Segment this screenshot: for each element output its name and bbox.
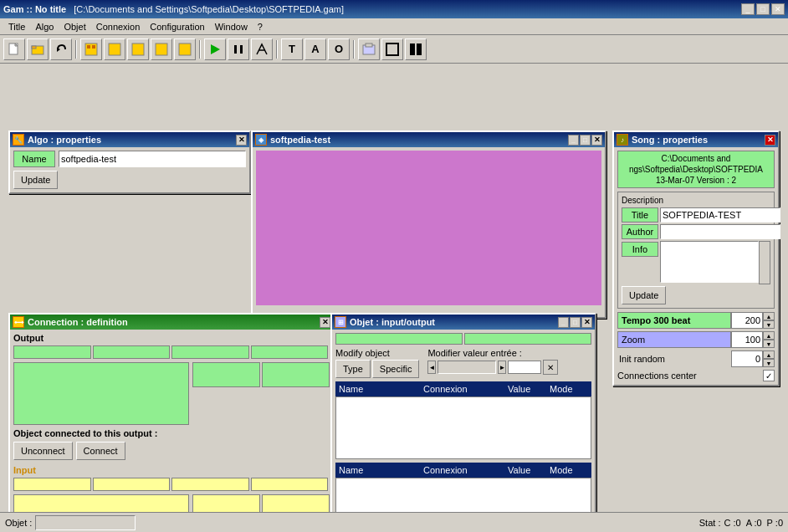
modify-modifier-area: Modify object Type Specific Modifier val…	[335, 348, 591, 378]
maximize-button[interactable]: □	[756, 3, 770, 15]
svg-rect-19	[410, 43, 415, 55]
toolbar-btn-sq1[interactable]	[381, 38, 403, 60]
menu-help[interactable]: ?	[253, 20, 268, 33]
menu-window[interactable]: Window	[210, 20, 253, 33]
toolbar-text-o[interactable]: O	[328, 38, 350, 60]
softpedia-minimize[interactable]: _	[568, 135, 579, 146]
modifier-value-input[interactable]	[508, 361, 541, 374]
title-bar-buttons: _ □ ✕	[741, 3, 785, 15]
toolbar-btn7[interactable]	[151, 38, 172, 60]
init-label: Init random	[617, 354, 731, 364]
init-spin-down[interactable]: ▼	[763, 359, 775, 367]
init-spin-up[interactable]: ▲	[763, 350, 775, 359]
init-input[interactable]	[731, 350, 763, 367]
svg-rect-3	[32, 46, 36, 49]
table1-col-connexion: Connexion	[422, 384, 506, 394]
input-bar1	[13, 478, 91, 491]
objet-minimize[interactable]: _	[558, 317, 569, 328]
svg-rect-8	[109, 43, 120, 55]
song-info-textarea[interactable]	[660, 241, 759, 283]
c-label: C :	[724, 518, 735, 528]
toolbar-btn6[interactable]	[127, 38, 149, 60]
output-bar1	[13, 345, 91, 359]
conn-center-row: Connections center ✓	[617, 370, 775, 381]
slider-left[interactable]: ◄	[427, 361, 436, 374]
tempo-spinners: ▲ ▼	[763, 312, 775, 329]
algo-win-body: Name Update	[10, 147, 249, 192]
conn-center-label: Connections center	[617, 371, 763, 381]
toolbar-new[interactable]	[3, 38, 25, 60]
zoom-spin-down[interactable]: ▼	[763, 340, 775, 348]
modifier-controls: ◄ ► ✕	[427, 360, 558, 375]
svg-rect-6	[87, 45, 90, 49]
tempo-input[interactable]	[731, 312, 763, 329]
tempo-row: Tempo 300 beat ▲ ▼	[617, 312, 775, 329]
song-win-titlebar: ♪ Song : properties ✕	[614, 132, 778, 147]
unconnect-button[interactable]: Unconnect	[13, 442, 73, 460]
minimize-button[interactable]: _	[741, 3, 755, 15]
svg-rect-10	[156, 43, 167, 55]
objet-maximize[interactable]: □	[570, 317, 581, 328]
title-bar-text: Gam :: No title [C:\Documents and Settin…	[3, 4, 344, 14]
objet-status-label: Objet :	[5, 518, 32, 528]
title-path: [C:\Documents and Settings\Softpedia\Des…	[74, 4, 344, 14]
song-path-line1: C:\Documents and	[662, 154, 731, 163]
conn-win-close[interactable]: ✕	[320, 317, 330, 328]
song-info-scrollbar[interactable]	[759, 241, 770, 284]
toolbar-text-a[interactable]: A	[304, 38, 326, 60]
toolbar-pause[interactable]	[228, 38, 249, 60]
song-win-close[interactable]: ✕	[765, 135, 775, 146]
menu-objet[interactable]: Objet	[59, 20, 90, 33]
toolbar-play[interactable]	[204, 38, 226, 60]
song-title-input[interactable]	[660, 207, 780, 223]
input-label: Input	[13, 465, 330, 475]
toolbar-sep2	[199, 40, 201, 59]
tempo-spin-down[interactable]: ▼	[763, 320, 775, 329]
a-label: A :	[746, 518, 757, 528]
toolbar-open[interactable]	[27, 38, 49, 60]
menu-title[interactable]: Title	[3, 20, 30, 33]
menu-connexion[interactable]: Connexion	[91, 20, 146, 33]
softpedia-maximize[interactable]: □	[580, 135, 591, 146]
algo-properties-window: 🔧 Algo : properties ✕ Name Update	[8, 130, 251, 194]
algo-update-button[interactable]: Update	[13, 171, 58, 189]
softpedia-window: ◈ softpedia-test _ □ ✕	[251, 130, 606, 319]
output-right-bottom	[192, 389, 330, 425]
objet-close[interactable]: ✕	[581, 317, 592, 328]
specific-button[interactable]: Specific	[372, 360, 420, 378]
menu-algo[interactable]: Algo	[30, 20, 59, 33]
toolbar-text-t[interactable]: T	[281, 38, 303, 60]
type-button[interactable]: Type	[335, 360, 371, 378]
song-author-row: Author	[622, 224, 770, 239]
modifier-close-btn[interactable]: ✕	[543, 360, 558, 375]
song-author-label: Author	[622, 224, 658, 239]
song-win-icon: ♪	[617, 134, 628, 146]
slider-right[interactable]: ►	[498, 361, 506, 374]
softpedia-win-titlebar: ◈ softpedia-test _ □ ✕	[253, 132, 605, 147]
tempo-spin-up[interactable]: ▲	[763, 312, 775, 320]
table1-col-name: Name	[337, 384, 422, 394]
toolbar-btn-sq2[interactable]	[405, 38, 427, 60]
toolbar-btn8[interactable]	[174, 38, 196, 60]
toolbar-undo[interactable]	[50, 38, 72, 60]
zoom-spin-up[interactable]: ▲	[763, 331, 775, 340]
toolbar-btn4[interactable]	[80, 38, 102, 60]
song-update-button[interactable]: Update	[622, 286, 666, 304]
algo-name-row: Name	[13, 151, 246, 167]
connect-button[interactable]: Connect	[76, 442, 125, 460]
input-bar3	[171, 478, 249, 491]
slider-track[interactable]	[437, 361, 496, 374]
close-button[interactable]: ✕	[771, 3, 785, 15]
toolbar-arrow[interactable]	[251, 38, 273, 60]
toolbar-btn5[interactable]	[104, 38, 125, 60]
algo-win-close[interactable]: ✕	[236, 135, 247, 146]
menu-configuration[interactable]: Configuration	[145, 20, 209, 33]
song-author-input[interactable]	[660, 224, 780, 239]
toolbar-btn-clip[interactable]	[358, 38, 380, 60]
conn-center-checkbox[interactable]: ✓	[763, 370, 775, 381]
algo-name-input[interactable]	[59, 151, 246, 167]
song-title-row: Title	[622, 207, 770, 223]
zoom-input[interactable]	[731, 331, 763, 348]
softpedia-close[interactable]: ✕	[591, 135, 602, 146]
svg-rect-11	[179, 43, 191, 55]
